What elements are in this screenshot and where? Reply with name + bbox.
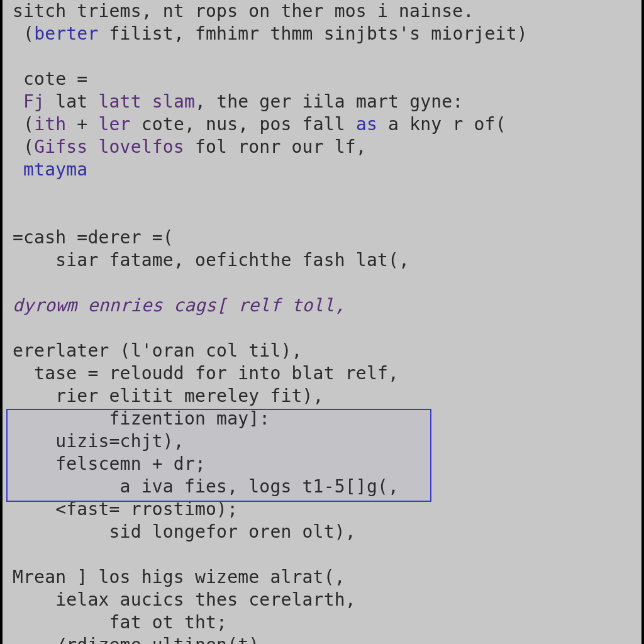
code-token: uizis=chjt), <box>13 431 184 452</box>
code-token: <fast= rrostimo); <box>13 499 238 519</box>
code-line[interactable]: ielax aucics thes cerelarth, <box>13 589 356 610</box>
code-token: Mrean ] los higs wizeme alrat(, <box>13 567 345 587</box>
code-line[interactable]: sitch triems, nt rops on ther mos i nain… <box>13 1 474 21</box>
code-token: ( <box>13 23 34 44</box>
code-token: fol ronr our lf, <box>184 136 367 157</box>
code-token: cote, nus, pos fall <box>131 114 356 135</box>
code-token: ererlater (l'oran col til), <box>13 340 303 361</box>
code-line[interactable]: (ith + ler cote, nus, pos fall as a kny … <box>13 114 506 135</box>
code-token: fat ot tht; <box>13 612 227 633</box>
code-surface[interactable]: sitch triems, nt rops on ther mos i nain… <box>3 0 641 644</box>
code-token: filist, fmhimr thmm sinjbts's miorjeit) <box>98 23 527 44</box>
code-token: siar fatame, oefichthe fash lat(, <box>13 250 409 270</box>
code-line[interactable]: Fj lat latt slam, the ger iila mart gyne… <box>13 91 463 112</box>
code-token: fizention may]: <box>13 408 270 429</box>
code-token: felscemn + dr; <box>13 453 206 474</box>
code-token: ielax aucics thes cerelarth, <box>13 589 356 610</box>
code-token <box>13 159 23 180</box>
code-token: =cash =derer =( <box>13 227 174 248</box>
code-token: as <box>356 114 377 135</box>
code-token: cote = <box>13 69 87 89</box>
code-token: Gifss lovelfos <box>34 136 184 157</box>
code-token: sitch triems, nt rops on ther mos i nain… <box>13 1 474 21</box>
code-token: latt slam <box>98 91 195 112</box>
code-line[interactable]: sid longefor oren olt), <box>13 521 356 542</box>
code-line[interactable]: <fast= rrostimo); <box>13 499 238 519</box>
code-token: /rdizeme ultinen(t) <box>13 635 259 644</box>
code-token: lat <box>45 91 98 112</box>
code-line[interactable]: ererlater (l'oran col til), <box>13 340 303 361</box>
code-token: ler <box>99 114 131 135</box>
code-line[interactable]: rier elitit mereley fit), <box>13 386 324 406</box>
code-line[interactable]: a iva fies, logs t1-5[]g(, <box>13 476 399 497</box>
code-token: mtayma <box>23 159 87 180</box>
code-token: ( <box>13 136 34 157</box>
code-line[interactable]: fat ot tht; <box>13 612 227 633</box>
code-line[interactable]: (Gifss lovelfos fol ronr our lf, <box>13 136 367 157</box>
code-line[interactable]: cote = <box>13 69 87 89</box>
code-token: ( <box>13 114 34 135</box>
code-token: , the ger iila mart gyne: <box>195 91 463 112</box>
code-line[interactable]: /rdizeme ultinen(t) <box>13 635 259 644</box>
code-line[interactable]: tase = reloudd for into blat relf, <box>13 363 399 384</box>
code-token: a iva fies, logs t1-5[]g(, <box>13 476 399 497</box>
code-editor[interactable]: sitch triems, nt rops on ther mos i nain… <box>0 0 644 644</box>
code-line[interactable]: felscemn + dr; <box>13 453 206 474</box>
code-line[interactable]: uizis=chjt), <box>13 431 184 452</box>
code-line[interactable]: Mrean ] los higs wizeme alrat(, <box>13 567 345 587</box>
code-line[interactable]: dyrowm ennries cags[ relf toll, <box>13 295 345 316</box>
code-token: rier elitit mereley fit), <box>13 386 324 406</box>
code-line[interactable]: fizention may]: <box>13 408 270 429</box>
code-token: Fj <box>13 91 45 112</box>
code-line[interactable]: siar fatame, oefichthe fash lat(, <box>13 250 409 270</box>
code-line[interactable]: mtayma <box>13 159 87 180</box>
code-token: dyrowm ennries cags[ relf toll, <box>13 295 345 316</box>
code-line[interactable]: =cash =derer =( <box>13 227 174 248</box>
code-token: + <box>66 114 98 135</box>
code-token: tase = reloudd for into blat relf, <box>13 363 399 384</box>
code-line[interactable]: (berter filist, fmhimr thmm sinjbts's mi… <box>13 23 528 44</box>
code-token: sid longefor oren olt), <box>13 521 356 542</box>
code-token: a kny r of( <box>377 114 506 135</box>
code-token: ith <box>34 114 66 135</box>
code-token: berter <box>34 23 98 44</box>
